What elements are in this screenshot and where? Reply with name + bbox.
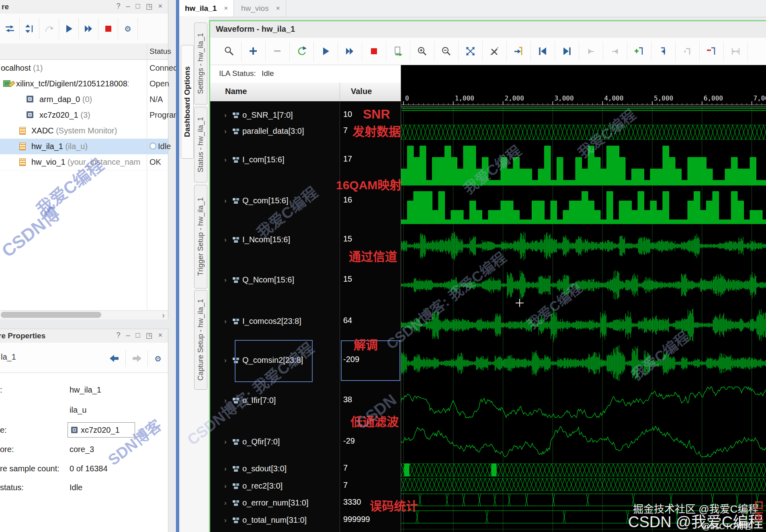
expand-chevron-icon[interactable]: ›: [224, 111, 227, 119]
prop-float-icon[interactable]: ◳: [145, 331, 152, 340]
horizontal-scrollbar[interactable]: ›: [0, 310, 168, 319]
signal-value: 7: [343, 126, 348, 135]
expand-chevron-icon[interactable]: ›: [224, 516, 227, 524]
signal-name: I_Ncom[15:6]: [242, 235, 290, 244]
prop-help-icon[interactable]: ?: [117, 331, 121, 340]
side-tab-capture[interactable]: Capture Setup - hw_ila_1: [194, 290, 207, 390]
expand-chevron-icon[interactable]: ›: [224, 236, 227, 244]
autoconnect-button[interactable]: [0, 18, 20, 39]
settings-gear-icon[interactable]: ⚙: [153, 353, 163, 364]
hw-float-icon[interactable]: ◳: [145, 2, 152, 11]
hw-close-icon[interactable]: ×: [158, 2, 162, 11]
signal-row-o-qfir-7-0-[interactable]: ›o_Qfir[7:0]: [210, 436, 340, 449]
remove-button[interactable]: [266, 41, 290, 61]
forward-arrow-icon[interactable]: [131, 353, 143, 364]
side-tab-trigger[interactable]: Trigger Setup - hw_ila_1: [194, 185, 207, 289]
goto-end-button[interactable]: [555, 41, 579, 61]
sort-updown-button[interactable]: [20, 18, 39, 39]
prop-close-icon[interactable]: ×: [158, 331, 162, 340]
restart-button[interactable]: [290, 41, 314, 61]
tree-item-ocalhost[interactable]: ocalhost (1)Connected: [0, 60, 168, 76]
run-all-icon: [344, 46, 355, 57]
zoom-in-button[interactable]: [410, 41, 434, 61]
scrollbar-right-arrow[interactable]: ›: [162, 311, 165, 320]
close-icon[interactable]: ×: [224, 4, 228, 12]
run-all-button[interactable]: [338, 41, 362, 61]
settings-gear-button[interactable]: ⚙: [118, 18, 138, 39]
signal-row-parallel-data-3-0-[interactable]: ›parallel_data[3:0]: [210, 125, 340, 138]
expand-chevron-icon[interactable]: ›: [224, 127, 227, 135]
zoom-out-button[interactable]: [434, 41, 459, 61]
tree-item-hw-vio-1[interactable]: hw_vio_1 (your_instance_namOK: [0, 154, 168, 170]
ruler-label: 3,000: [554, 94, 573, 102]
add-button[interactable]: [242, 41, 266, 61]
deassign-button[interactable]: [39, 18, 59, 39]
back-arrow-icon[interactable]: [109, 353, 121, 364]
signal-row-i-com-15-6-[interactable]: ›I_com[15:6]: [210, 154, 340, 167]
expand-chevron-icon[interactable]: ›: [224, 499, 227, 507]
expand-chevron-icon[interactable]: ›: [224, 397, 227, 405]
search-button[interactable]: [217, 41, 242, 61]
signal-row-o-snr-1-7-0-[interactable]: ›o_SNR_1[7:0]: [210, 109, 340, 122]
run-button[interactable]: [314, 41, 338, 61]
signal-row-q-com-15-6-[interactable]: ›Q_com[15:6]: [210, 195, 340, 208]
goto-trigger-button[interactable]: [507, 41, 531, 61]
properties-window-buttons: ?–□◳×: [117, 331, 162, 340]
tree-item-xc7z020-1[interactable]: xc7z020_1 (3)Programmed: [0, 107, 168, 123]
add-marker-button[interactable]: [627, 41, 651, 61]
expand-chevron-icon[interactable]: ›: [224, 482, 227, 490]
expand-chevron-icon[interactable]: ›: [224, 276, 227, 284]
export-button[interactable]: [386, 41, 410, 61]
scrollbar-thumb[interactable]: [1, 312, 101, 318]
tab-hw_ila_1[interactable]: hw_ila_1×: [179, 0, 234, 16]
dashboard-options-tab[interactable]: Dashboard Options: [181, 45, 194, 159]
signal-row-o-total-num-31-0-[interactable]: ›o_total_num[31:0]: [210, 514, 340, 527]
signal-row-i-comcos2-23-8-[interactable]: ›I_comcos2[23:8]: [210, 315, 340, 328]
device-value-box[interactable]: xc7z020_1: [68, 422, 135, 438]
swap-button[interactable]: [724, 41, 748, 61]
side-tab-status[interactable]: Status - hw_ila_1: [194, 107, 207, 182]
waveform-canvas[interactable]: 01,0002,0003,0004,0005,0006,0007,00: [401, 65, 766, 532]
marker-button[interactable]: [676, 41, 700, 61]
expand-chevron-icon[interactable]: ›: [224, 438, 227, 446]
run-button[interactable]: [59, 18, 79, 39]
prop-maximize-icon[interactable]: □: [136, 331, 140, 340]
hw-minimize-icon[interactable]: –: [126, 2, 130, 11]
goto-start-button[interactable]: [531, 41, 555, 61]
remove-marker-button[interactable]: [700, 41, 724, 61]
hw-maximize-icon[interactable]: □: [136, 2, 140, 11]
expand-chevron-icon[interactable]: ›: [224, 465, 227, 473]
bus-icon: [233, 483, 240, 491]
tab-hw_vios[interactable]: hw_vios×: [236, 0, 286, 16]
stop-button[interactable]: [362, 41, 386, 61]
bus-icon: [233, 518, 240, 525]
trigger-marker-button[interactable]: [651, 41, 676, 61]
signal-row-o-sdout-3-0-[interactable]: ›o_sdout[3:0]: [210, 463, 340, 476]
expand-chevron-icon[interactable]: ›: [224, 197, 227, 205]
close-icon[interactable]: ×: [276, 4, 280, 12]
tree-item-xadc[interactable]: XADC (System Monitor): [0, 123, 168, 139]
annotation-SNR: SNR: [363, 107, 390, 122]
expand-chevron-icon[interactable]: ›: [224, 156, 227, 164]
signal-row-q-ncom-15-6-[interactable]: ›Q_Ncom[15:6]: [210, 274, 340, 287]
cursor-x-button[interactable]: [483, 41, 507, 61]
tree-item-arm-dap-0[interactable]: arm_dap_0 (0)N/A: [0, 92, 168, 108]
expand-chevron-icon[interactable]: ›: [224, 356, 227, 364]
signal-row-o-error-num-31-0-[interactable]: ›o_error_num[31:0]: [210, 497, 340, 510]
signal-row-o-rec2-3-0-[interactable]: ›o_rec2[3:0]: [210, 480, 340, 493]
tree-item-hw-ila-1[interactable]: hw_ila_1 (ila_u)Idle: [0, 139, 168, 155]
signal-row-i-ncom-15-6-[interactable]: ›I_Ncom[15:6]: [210, 234, 340, 247]
debug-core-icon: [19, 143, 26, 150]
side-tab-settings[interactable]: Settings - hw_ila_1: [194, 23, 207, 104]
run-all-button[interactable]: [79, 18, 98, 39]
hw-help-icon[interactable]: ?: [117, 2, 121, 11]
selected-object-label: la_1: [1, 352, 16, 362]
stop-button[interactable]: [98, 18, 118, 39]
zoom-fit-button[interactable]: [459, 41, 483, 61]
signal-row-o-ifir-7-0-[interactable]: ›o_Ifir[7:0]: [210, 395, 340, 407]
expand-chevron-icon[interactable]: ›: [224, 317, 227, 325]
prop-minimize-icon[interactable]: –: [126, 331, 130, 340]
tree-item-xilinx-tcf-digilent-210512180081[interactable]: xilinx_tcf/Digilent/210512180081 (Open: [0, 76, 168, 92]
prev-transition-button[interactable]: [579, 41, 603, 61]
next-transition-button[interactable]: [603, 41, 627, 61]
